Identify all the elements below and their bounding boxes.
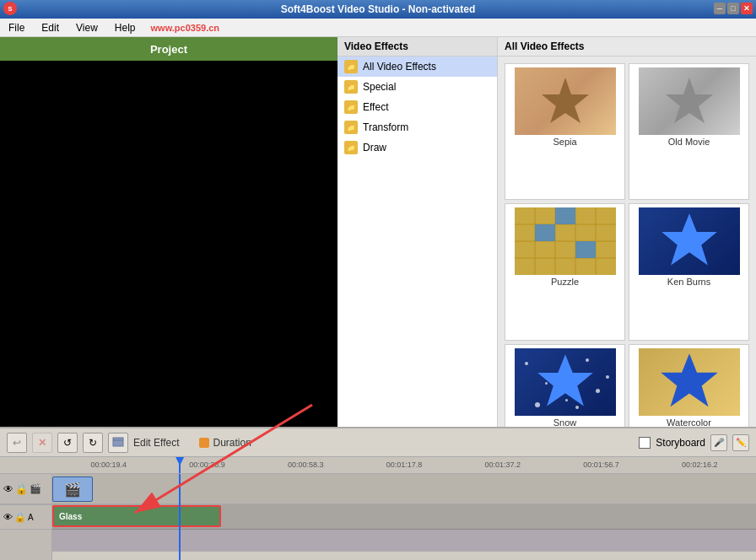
timeline-tracks-container: 👁 🔒 🎬 👁 🔒 A 🎬 Gl (0, 474, 756, 560)
menubar: File Edit View Help www.pc0359.cn (0, 19, 756, 37)
effect-img-oldmovie (639, 67, 740, 135)
ruler-mark-2: 00:00:58.3 (288, 460, 324, 469)
menu-help[interactable]: Help (110, 20, 141, 35)
svg-rect-11 (555, 207, 575, 224)
tree-item-special[interactable]: 📁 Special (338, 77, 497, 97)
eye-icon[interactable]: 👁 (3, 483, 14, 495)
storyboard-mic-button[interactable]: 🎤 (710, 434, 727, 451)
effects-tree: Video Effects 📁 All Video Effects 📁 Spec… (338, 37, 498, 487)
menu-file[interactable]: File (3, 20, 30, 35)
tree-item-draw[interactable]: 📁 Draw (338, 137, 497, 158)
timeline-playhead (179, 457, 181, 473)
menu-edit[interactable]: Edit (36, 20, 64, 35)
eye-icon-2[interactable]: 👁 (3, 512, 13, 522)
effect-img-watercolor (639, 348, 740, 416)
svg-rect-9 (535, 224, 555, 241)
track-controls-overlay: 👁 🔒 A (0, 504, 51, 530)
duration-area: Duration (199, 437, 251, 449)
watermark: www.pc0359.cn (151, 23, 220, 33)
ruler-mark-3: 00:01:17.8 (386, 460, 423, 469)
effect-img-snow (515, 348, 616, 416)
svg-rect-10 (575, 241, 596, 258)
menu-view[interactable]: View (71, 20, 103, 35)
window-title: Soft4Boost Video Studio - Non-activated (281, 3, 475, 15)
effect-label-snow: Snow (554, 417, 577, 428)
effect-img-sepia (515, 67, 616, 135)
edit-button[interactable] (108, 433, 128, 453)
svg-marker-1 (666, 78, 713, 123)
tree-item-special-label: Special (363, 81, 396, 93)
maximize-button[interactable]: □ (727, 3, 739, 14)
effect-thumb-puzzle[interactable]: Puzzle (505, 203, 625, 340)
tree-item-effect[interactable]: 📁 Effect (338, 97, 497, 117)
glass-clip-label: Glass (54, 512, 87, 521)
text-track (52, 530, 756, 552)
effects-grid-area: All Video Effects Sepia (498, 37, 756, 487)
effects-tree-header: Video Effects (338, 37, 497, 57)
timeline-toolbar: ↩ ✕ ↺ ↻ Edit Effect Duration Storyboard … (0, 427, 756, 457)
effect-label-oldmovie: Old Movie (668, 137, 710, 147)
undo-arrow-button[interactable]: ↩ (7, 433, 27, 453)
app-logo: S (3, 2, 17, 15)
titlebar: S Soft4Boost Video Studio - Non-activate… (0, 0, 756, 19)
folder-effect-icon: 📁 (344, 100, 358, 114)
lock-icon[interactable]: 🔒 (15, 483, 28, 495)
ruler-mark-4: 00:01:37.2 (484, 460, 521, 469)
video-track: 🎬 (52, 474, 756, 504)
effect-label-watercolor: Watercolor (667, 417, 711, 428)
svg-marker-0 (542, 78, 589, 123)
tree-item-transform[interactable]: 📁 Transform (338, 117, 497, 137)
effects-layout: Video Effects 📁 All Video Effects 📁 Spec… (338, 37, 756, 487)
effects-grid-header: All Video Effects (498, 37, 756, 57)
tree-item-all-label: All Video Effects (363, 61, 436, 73)
effects-track: Glass (52, 504, 756, 530)
text-icon-2: A (28, 513, 34, 522)
effect-label-sepia: Sepia (553, 137, 576, 147)
tree-item-effect-label: Effect (363, 101, 388, 113)
glass-clip[interactable]: Glass (52, 505, 221, 527)
effect-thumb-sepia[interactable]: Sepia (505, 63, 625, 200)
timeline-ruler: 00:00:19.4 00:00:38.9 00:00:58.3 00:01:1… (0, 457, 756, 474)
effect-label-kenburns: Ken Burns (667, 277, 710, 287)
playhead-arrow (176, 457, 184, 466)
window-controls: ─ □ ✕ (714, 3, 753, 14)
tree-item-all[interactable]: 📁 All Video Effects (338, 57, 497, 77)
effect-img-kenburns (639, 207, 740, 275)
folder-special-icon: 📁 (344, 80, 358, 94)
folder-icon: 📁 (344, 60, 358, 73)
svg-marker-13 (537, 354, 593, 406)
storyboard-checkbox[interactable] (639, 437, 651, 449)
effect-thumb-oldmovie[interactable]: Old Movie (629, 63, 749, 200)
rotate-left-button[interactable]: ↺ (57, 433, 78, 453)
svg-marker-12 (662, 214, 717, 266)
rotate-right-button[interactable]: ↻ (83, 433, 103, 453)
effect-thumb-kenburns[interactable]: Ken Burns (629, 203, 749, 340)
track-controls: 👁 🔒 🎬 👁 🔒 A (0, 474, 52, 560)
project-header: Project (0, 37, 338, 61)
minimize-button[interactable]: ─ (714, 3, 726, 14)
lock-icon-2[interactable]: 🔒 (14, 512, 26, 523)
duration-label: Duration (213, 437, 251, 449)
timeline-playhead-track (179, 474, 181, 560)
storyboard-edit-button[interactable]: ✏️ (732, 434, 749, 451)
ruler-mark-6: 00:02:16.2 (682, 460, 718, 469)
track-content: 🎬 Glass (52, 474, 756, 560)
delete-button[interactable]: ✕ (32, 433, 52, 453)
duration-indicator (199, 438, 209, 448)
track-controls-video: 👁 🔒 🎬 (0, 474, 51, 504)
film-icon: 🎬 (30, 483, 41, 494)
folder-transform-icon: 📁 (344, 121, 358, 134)
storyboard-label: Storyboard (656, 437, 705, 449)
storyboard-area: Storyboard 🎤 ✏️ (639, 434, 749, 451)
tree-item-transform-label: Transform (363, 121, 408, 133)
preview-area (0, 61, 338, 484)
folder-draw-icon: 📁 (344, 141, 358, 154)
effects-grid: Sepia Old Movie (498, 57, 756, 487)
svg-rect-29 (113, 438, 123, 446)
svg-marker-14 (661, 353, 718, 407)
ruler-mark-0: 00:00:19.4 (90, 460, 127, 469)
close-button[interactable]: ✕ (741, 3, 753, 14)
effect-img-puzzle (515, 207, 616, 275)
ruler-mark-5: 00:01:56.7 (583, 460, 619, 469)
edit-effect-label: Edit Effect (133, 437, 179, 449)
